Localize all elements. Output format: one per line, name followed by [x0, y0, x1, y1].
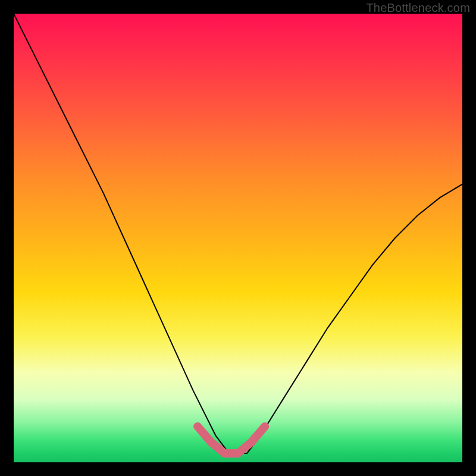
highlight-line — [198, 427, 265, 453]
watermark-label: TheBottleneck.com — [366, 1, 470, 15]
chart-plot-area — [14, 14, 462, 462]
highlight-segment — [198, 427, 265, 453]
chart-svg — [14, 14, 462, 462]
bottleneck-curve — [14, 14, 462, 453]
chart-frame: TheBottleneck.com — [0, 0, 476, 476]
curve-line — [14, 14, 462, 453]
